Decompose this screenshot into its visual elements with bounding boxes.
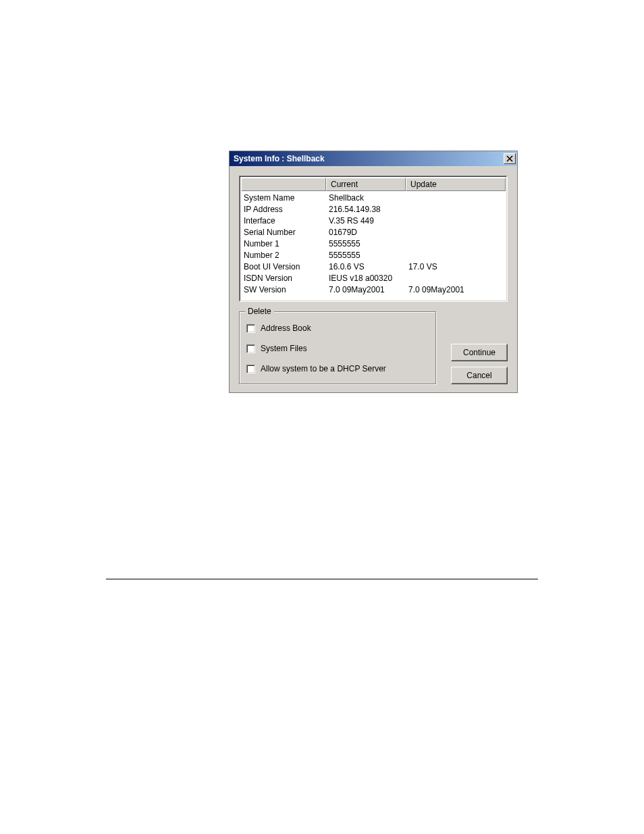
info-header-current[interactable]: Current — [326, 178, 406, 191]
dialog-body: Current Update System Name Shellback IP … — [230, 166, 517, 392]
table-row[interactable]: Number 2 5555555 — [242, 250, 504, 261]
row-current: 7.0 09May2001 — [329, 284, 408, 296]
table-row[interactable]: Boot UI Version 16.0.6 VS 17.0 VS — [242, 261, 504, 273]
row-label: Serial Number — [242, 227, 329, 238]
row-update — [408, 215, 504, 227]
row-update: 7.0 09May2001 — [408, 284, 504, 296]
row-update — [408, 273, 504, 284]
continue-button[interactable]: Continue — [451, 344, 508, 361]
table-row[interactable]: ISDN Version IEUS v18 a00320 — [242, 273, 504, 284]
delete-legend: Delete — [245, 307, 274, 316]
address-book-checkbox-row[interactable]: Address Book — [246, 320, 429, 336]
row-current: Shellback — [329, 192, 408, 204]
checkbox-label: Allow system to be a DHCP Server — [261, 364, 386, 373]
row-current: 01679D — [329, 227, 408, 238]
row-update: 17.0 VS — [408, 261, 504, 273]
info-rows: System Name Shellback IP Address 216.54.… — [241, 191, 506, 300]
row-current: 5555555 — [329, 238, 408, 250]
checkbox-system-files[interactable] — [246, 344, 255, 353]
row-current: 5555555 — [329, 250, 408, 261]
row-update — [408, 204, 504, 215]
row-current: IEUS v18 a00320 — [329, 273, 408, 284]
row-update — [408, 227, 504, 238]
info-header-row: Current Update — [241, 178, 506, 191]
checkbox-address-book[interactable] — [246, 324, 255, 333]
row-label: Number 2 — [242, 250, 329, 261]
system-info-dialog: System Info : Shellback Current Update S… — [229, 151, 518, 393]
row-label: ISDN Version — [242, 273, 329, 284]
page-divider — [106, 579, 538, 579]
table-row[interactable]: SW Version 7.0 09May2001 7.0 09May2001 — [242, 284, 504, 296]
checkbox-label: System Files — [261, 344, 307, 353]
close-button[interactable] — [504, 153, 516, 164]
info-header-update[interactable]: Update — [406, 178, 506, 191]
allow-dhcp-checkbox-row[interactable]: Allow system to be a DHCP Server — [246, 361, 429, 377]
info-header-blank[interactable] — [241, 178, 326, 191]
table-row[interactable]: Serial Number 01679D — [242, 227, 504, 238]
close-icon — [506, 155, 513, 162]
lower-area: Delete Address Book System Files Allow s… — [239, 311, 508, 384]
row-current: 216.54.149.38 — [329, 204, 408, 215]
row-label: IP Address — [242, 204, 329, 215]
checkbox-allow-dhcp[interactable] — [246, 365, 255, 373]
cancel-button[interactable]: Cancel — [451, 367, 508, 384]
row-current: V.35 RS 449 — [329, 215, 408, 227]
row-update — [408, 192, 504, 204]
row-label: Number 1 — [242, 238, 329, 250]
row-label: System Name — [242, 192, 329, 204]
row-label: SW Version — [242, 284, 329, 296]
row-update — [408, 250, 504, 261]
titlebar: System Info : Shellback — [230, 151, 517, 166]
row-label: Boot UI Version — [242, 261, 329, 273]
row-current: 16.0.6 VS — [329, 261, 408, 273]
table-row[interactable]: System Name Shellback — [242, 192, 504, 204]
system-files-checkbox-row[interactable]: System Files — [246, 340, 429, 357]
info-list: Current Update System Name Shellback IP … — [239, 176, 508, 302]
table-row[interactable]: IP Address 216.54.149.38 — [242, 204, 504, 215]
checkbox-label: Address Book — [261, 323, 311, 333]
button-column: Continue Cancel — [436, 311, 508, 384]
table-row[interactable]: Number 1 5555555 — [242, 238, 504, 250]
page: System Info : Shellback Current Update S… — [0, 0, 644, 834]
table-row[interactable]: Interface V.35 RS 449 — [242, 215, 504, 227]
row-update — [408, 238, 504, 250]
row-label: Interface — [242, 215, 329, 227]
delete-group: Delete Address Book System Files Allow s… — [239, 311, 436, 384]
dialog-title: System Info : Shellback — [234, 154, 325, 163]
